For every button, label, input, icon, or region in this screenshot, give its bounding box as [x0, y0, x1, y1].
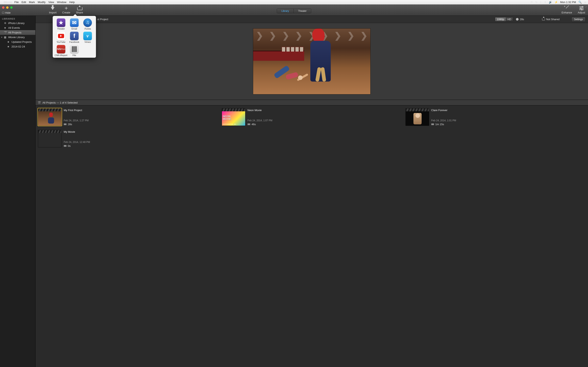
share-item-label: YouTube	[57, 41, 65, 43]
iphoto-icon: ✲	[4, 22, 7, 25]
share-itunes[interactable]: iTunes	[81, 18, 94, 30]
hide-icon	[2, 12, 4, 14]
share-theater[interactable]: Theater	[54, 18, 68, 30]
segment-theater[interactable]: Theater	[293, 9, 294, 13]
share-item-label: Vimeo	[85, 41, 91, 43]
filmstrip-icon	[64, 123, 67, 125]
share-item-label: Email	[71, 27, 77, 30]
menubar-app-name[interactable]: iMovie	[4, 1, 12, 4]
sidebar-item-label: iMovie Library	[8, 36, 25, 39]
chevron-overlay: ❯❯❯❯❯❯❯❯❯	[253, 31, 294, 40]
plus-icon	[64, 6, 69, 11]
sidebar-item-label: Updated Projects	[11, 40, 32, 43]
project-date: Feb 24, 2014, 1:07 PM	[247, 119, 272, 122]
star-icon: ★	[7, 40, 10, 43]
hide-sidebar-button[interactable]: Hide	[2, 11, 11, 14]
project-item[interactable]: NEONMOVIEEASTHAMPTON, MA Neon Movie Feb …	[222, 108, 294, 126]
project-title: My Movie	[64, 130, 90, 133]
youtube-icon	[57, 32, 65, 40]
project-thumbnail[interactable]	[38, 108, 62, 126]
hide-label: Hide	[5, 11, 11, 14]
share-youtube[interactable]: YouTube	[54, 32, 68, 43]
sidebar-item-label: 2014-02-24	[11, 45, 25, 48]
library-theater-segment: Library Theater	[277, 8, 294, 13]
sidebar-item-imovie-library[interactable]: ▼▦iMovie Library	[0, 35, 35, 40]
window-traffic-lights	[2, 6, 13, 9]
menu-help[interactable]: Help	[69, 1, 75, 4]
sidebar-item-iphoto[interactable]: ✲iPhoto Library	[0, 21, 35, 25]
sidebar-item-label: iPhoto Library	[8, 22, 25, 25]
project-browser-header: 🎬 All Projects — 1 of 4 Selected	[35, 100, 294, 105]
menu-modify[interactable]: Modify	[38, 1, 45, 4]
mac-menubar: iMovie File Edit Mark Modify View Window…	[0, 0, 294, 4]
theater-icon	[57, 18, 65, 27]
facebook-icon	[70, 32, 79, 40]
import-icon	[50, 6, 55, 11]
share-popover: Theater Email iTunes YouTube Facebook Vi…	[53, 16, 96, 58]
share-item-label: CNN iReport	[54, 54, 67, 57]
share-item-label: Facebook	[69, 41, 79, 43]
clapper-icon: 🎬	[4, 31, 7, 34]
sidebar-header: LIBRARIES	[0, 16, 35, 21]
import-button[interactable]: Import	[49, 6, 57, 14]
menu-edit[interactable]: Edit	[21, 1, 26, 4]
filmstrip-icon	[64, 145, 67, 147]
imovie-window: Hide Import Create Share Library Theater	[0, 4, 294, 184]
sidebar-item-all-projects[interactable]: 🎬All Projects	[0, 30, 35, 35]
project-item[interactable]: My First Project Feb 24, 2014, 1:27 PM 2…	[38, 108, 218, 126]
import-label: Import	[49, 11, 57, 14]
project-thumbnail[interactable]	[38, 130, 62, 147]
star-icon: ★	[4, 26, 7, 29]
clapper-icon: 🎬	[38, 101, 41, 104]
window-minimize-button[interactable]	[6, 6, 9, 9]
share-file[interactable]: File	[68, 45, 81, 57]
project-title: Neon Movie	[247, 109, 272, 112]
project-thumbnail[interactable]: NEONMOVIEEASTHAMPTON, MA	[222, 108, 245, 126]
menu-view[interactable]: View	[48, 1, 54, 4]
create-label: Create	[62, 11, 70, 14]
share-item-label: iTunes	[84, 27, 91, 30]
project-item[interactable]: My Movie Feb 24, 2014, 12:48 PM 0s	[38, 130, 218, 147]
cnn-icon: CNNiReport	[57, 45, 65, 53]
share-facebook[interactable]: Facebook	[68, 32, 81, 43]
file-icon	[70, 45, 79, 53]
share-item-label: Theater	[57, 27, 65, 30]
sidebar: LIBRARIES ✲iPhoto Library ★All Events 🎬A…	[0, 16, 35, 184]
disclosure-triangle-icon[interactable]: ▼	[1, 36, 3, 38]
menu-file[interactable]: File	[14, 1, 18, 4]
project-title-truncated: st Project	[97, 18, 108, 21]
sidebar-item-label: All Projects	[8, 31, 21, 34]
segment-library[interactable]: Library	[277, 9, 293, 13]
share-cnn-ireport[interactable]: CNNiReportCNN iReport	[54, 45, 68, 57]
share-button[interactable]: Share	[76, 6, 83, 14]
vimeo-icon	[83, 32, 92, 40]
project-length: 46s	[247, 123, 272, 126]
create-button[interactable]: Create	[62, 6, 70, 14]
itunes-icon	[83, 18, 92, 27]
sidebar-item-all-events[interactable]: ★All Events	[0, 25, 35, 30]
sidebar-item-updated-projects[interactable]: ★Updated Projects	[0, 40, 35, 44]
project-date: Feb 24, 2014, 1:27 PM	[64, 119, 89, 122]
sidebar-item-date-event[interactable]: ★2014-02-24	[0, 44, 35, 49]
share-icon	[77, 6, 82, 11]
browser-header-text: All Projects — 1 of 4 Selected	[43, 101, 78, 104]
project-grid: My First Project Feb 24, 2014, 1:27 PM 2…	[35, 105, 294, 150]
window-zoom-button[interactable]	[10, 6, 13, 9]
toolbar: Hide Import Create Share Library Theater	[0, 4, 294, 16]
star-icon: ★	[7, 45, 10, 48]
preview-viewport[interactable]: ❯❯❯❯❯❯❯❯❯	[253, 28, 294, 94]
sidebar-item-label: All Events	[8, 26, 20, 29]
project-title: My First Project	[64, 109, 89, 112]
share-vimeo[interactable]: Vimeo	[81, 32, 94, 43]
share-email[interactable]: Email	[68, 18, 81, 30]
filmstrip-icon	[247, 123, 250, 125]
project-length: 28s	[64, 123, 89, 126]
project-length: 0s	[64, 144, 90, 147]
menu-window[interactable]: Window	[57, 1, 66, 4]
menu-mark[interactable]: Mark	[29, 1, 35, 4]
project-date: Feb 24, 2014, 12:48 PM	[64, 141, 90, 143]
share-item-label: File	[72, 54, 76, 57]
mail-icon	[70, 18, 79, 27]
share-label: Share	[76, 11, 83, 14]
window-close-button[interactable]	[2, 6, 4, 9]
